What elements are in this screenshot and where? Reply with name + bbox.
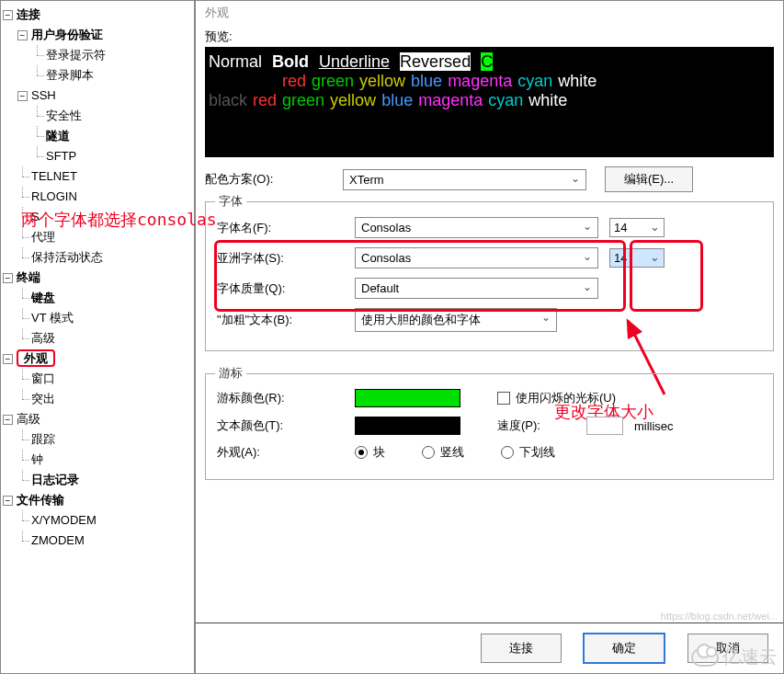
quality-label: 字体质量(Q): — [217, 280, 355, 297]
tree-advanced[interactable]: 高级 — [31, 331, 55, 345]
asia-font-select[interactable]: Consolas — [355, 247, 598, 268]
collapse-icon[interactable]: − — [3, 10, 13, 20]
tree-advanced2[interactable]: 高级 — [17, 412, 40, 426]
tree-keepalive[interactable]: 保持活动状态 — [31, 250, 103, 264]
collapse-icon[interactable]: − — [17, 91, 28, 101]
watermark: https://blog.csdn.net/wei... — [661, 611, 778, 622]
edit-button[interactable]: 编辑(E)... — [605, 166, 693, 192]
tree-auth[interactable]: 用户身份验证 — [31, 28, 103, 41]
preview-box: Normal Bold Underline Reversed Cursor re… — [205, 47, 774, 157]
collapse-icon[interactable]: − — [3, 496, 13, 506]
tree-appearance[interactable]: 外观 — [17, 349, 55, 367]
collapse-icon[interactable]: − — [3, 354, 13, 364]
tree-filetransfer[interactable]: 文件传输 — [17, 493, 64, 507]
tree-ssh[interactable]: SSH — [31, 88, 56, 102]
tree-window[interactable]: 窗口 — [31, 371, 55, 385]
tree-rlogin[interactable]: RLOGIN — [31, 189, 77, 203]
scheme-select[interactable]: XTerm — [343, 169, 586, 190]
font-group: 字体 字体名(F): Consolas 14 亚洲字体(S): Consolas… — [205, 201, 774, 351]
collapse-icon[interactable]: − — [17, 30, 28, 40]
font-name-label: 字体名(F): — [217, 220, 355, 236]
tree-highlight[interactable]: 突出 — [31, 392, 55, 406]
scheme-label: 配色方案(O): — [205, 171, 343, 188]
preview-label: 预览: — [205, 29, 774, 45]
category-tree: −连接 −用户身份验证 登录提示符 登录脚本 −SSH 安全性 隧道 SFTP … — [1, 1, 196, 673]
millisec-label: millisec — [634, 419, 674, 433]
connect-button[interactable]: 连接 — [481, 634, 562, 663]
font-name-select[interactable]: Consolas — [355, 217, 598, 238]
quality-select[interactable]: Default — [355, 278, 598, 299]
text-color-label: 文本颜色(T): — [217, 417, 355, 434]
annotation-font: 两个字体都选择consolas — [21, 209, 217, 231]
font-size-1[interactable]: 14 — [609, 218, 665, 237]
radio-vline[interactable]: 竖线 — [422, 444, 464, 461]
tree-tunnel[interactable]: 隧道 — [46, 129, 70, 143]
tree-login-script[interactable]: 登录脚本 — [46, 68, 94, 82]
breadcrumb: 外观 — [205, 5, 774, 21]
font-size-2[interactable]: 14 — [609, 248, 665, 268]
asia-font-label: 亚洲字体(S): — [217, 250, 355, 267]
cursor-group: 游标 游标颜色(R): 使用闪烁的光标(U) 文本颜色(T): 速度(P): m… — [205, 373, 774, 480]
tree-connection[interactable]: 连接 — [17, 7, 40, 21]
collapse-icon[interactable]: − — [3, 273, 13, 283]
text-color-swatch[interactable] — [355, 417, 460, 435]
brand-logo: 亿速云 — [691, 645, 778, 669]
collapse-icon[interactable]: − — [3, 415, 13, 425]
tree-vtmode[interactable]: VT 模式 — [31, 311, 74, 325]
tree-sftp[interactable]: SFTP — [46, 149, 76, 163]
tree-trace[interactable]: 跟踪 — [31, 432, 55, 446]
radio-underline[interactable]: 下划线 — [501, 444, 555, 461]
bold-text-label: "加粗"文本(B): — [217, 312, 355, 328]
tree-bell[interactable]: 钟 — [31, 452, 43, 466]
tree-login-prompt[interactable]: 登录提示符 — [46, 48, 106, 62]
tree-zmodem[interactable]: ZMODEM — [31, 533, 85, 547]
bold-text-select[interactable]: 使用大胆的颜色和字体 — [355, 308, 557, 332]
blink-checkbox[interactable]: 使用闪烁的光标(U) — [497, 390, 616, 406]
cursor-color-swatch[interactable] — [355, 389, 460, 407]
speed-label: 速度(P): — [497, 417, 540, 434]
cursor-appearance-label: 外观(A): — [217, 444, 355, 461]
speed-input[interactable] — [586, 417, 623, 435]
tree-telnet[interactable]: TELNET — [31, 169, 77, 183]
tree-terminal[interactable]: 终端 — [17, 270, 40, 284]
tree-keyboard[interactable]: 键盘 — [31, 291, 55, 304]
tree-security[interactable]: 安全性 — [46, 109, 82, 122]
tree-logging[interactable]: 日志记录 — [31, 473, 79, 486]
tree-xymodem[interactable]: X/YMODEM — [31, 513, 97, 527]
cursor-color-label: 游标颜色(R): — [217, 390, 355, 406]
ok-button[interactable]: 确定 — [583, 633, 665, 664]
radio-block[interactable]: 块 — [355, 444, 385, 461]
tree-proxy[interactable]: 代理 — [31, 230, 55, 244]
